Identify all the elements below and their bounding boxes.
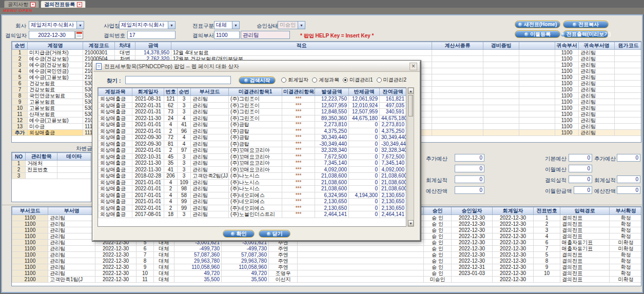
open-item-row[interactable]: 외상매출금2022-10-31453관리팀(주)꼬매요코리아***7,672,5… xyxy=(99,153,406,160)
vertical-scrollbar[interactable]: ▲ ▼ xyxy=(407,87,414,227)
open-item-row[interactable]: 외상매출금2017-08-01183관리팀(주)노블인더스트리***2,464,… xyxy=(99,211,406,218)
scroll-up-icon[interactable]: ▲ xyxy=(408,88,414,94)
cell: 0 xyxy=(349,179,380,186)
open-item-row[interactable]: 외상매출금2021-01-01499관리팀(주)네오피에스***2,130,65… xyxy=(99,199,406,205)
print-preview-button[interactable]: 전표출력(미리보기) xyxy=(563,30,609,38)
management-item-row[interactable]: 3 xyxy=(12,173,91,179)
radio-account[interactable]: 계정과목 xyxy=(312,76,339,84)
cell: 10 xyxy=(136,270,154,277)
cell: 10 xyxy=(12,105,28,111)
cell xyxy=(298,246,424,252)
cell: 4 xyxy=(164,199,178,205)
open-item-row[interactable]: 외상매출금2017-01-01458관리팀(주)네오피에스***6,324,95… xyxy=(99,192,406,199)
open-item-row[interactable]: 외상매출금2022-09-30814관리팀(주)금탑***-30,349,440… xyxy=(99,141,406,147)
voucher-line-row[interactable]: 1미지급금(거래처)21000301대변14,378,95012월 4대보험료1… xyxy=(12,50,642,56)
cell xyxy=(483,50,519,56)
grid-header-row: 계정과목회계일자번호순번부서코드미결관리항목1미결관리항목2발생금액반제금액잔여… xyxy=(99,88,406,96)
close-tab-icon[interactable]: × xyxy=(77,2,82,7)
cell xyxy=(432,62,483,68)
cell: *** xyxy=(282,134,315,141)
cell: 관리팀 xyxy=(191,102,229,109)
approval-status-select[interactable]: 미승인 ▼ xyxy=(278,21,305,29)
calendar-icon[interactable] xyxy=(75,31,83,39)
cell: 관리팀 xyxy=(191,179,229,186)
radio-accounting-date[interactable]: 회계일자 xyxy=(281,76,308,84)
voucher-list-row[interactable]: 1100관리팀2022-12-307대체57,087,36057,087,360… xyxy=(12,252,642,258)
open-item-row[interactable]: 외상매출금2022-09-30724관리팀(주)금탑***30,349,4400… xyxy=(99,134,406,141)
resolution-no-input[interactable]: 17 xyxy=(127,31,175,39)
carryover-register-button[interactable]: 이월등록 xyxy=(515,30,560,38)
cell: 2022-12-30 xyxy=(452,221,493,227)
search-start-button[interactable]: 검색시작 xyxy=(239,76,276,84)
cell: *** xyxy=(282,153,315,160)
cell: 1 xyxy=(12,161,26,167)
open-item-row[interactable]: 외상매출금2021-01-01441관리팀(주)금탑***2,273,81002… xyxy=(99,122,406,128)
cell: 0 xyxy=(349,173,380,180)
open-item-row[interactable]: 외상매출금2021-08-311213관리팀(주)그린조이***12,223,7… xyxy=(99,96,406,103)
cell: 승 인 xyxy=(424,258,452,264)
open-item-row[interactable]: 외상매출금2022-01-01299관리팀(주)네오피에스***2,130,65… xyxy=(99,205,406,211)
cell: 관리팀 xyxy=(191,96,229,103)
site-select[interactable]: 제일저지주식회사 ▼ xyxy=(119,21,175,29)
close-button[interactable]: 닫기 xyxy=(259,230,290,238)
cell: *** xyxy=(282,160,315,167)
approval-status-label: 승인상태 xyxy=(257,23,278,30)
slip-type-select[interactable]: 대체 ▼ xyxy=(214,21,240,29)
cell: 49,720 xyxy=(174,270,222,277)
voucher-list-row[interactable]: 2100고객만족1팀(J2022-12-3011대체35,50035,500이선… xyxy=(12,277,642,283)
open-item-row[interactable]: 외상매출금2022-11-30353관리팀(주)꼬매요코리아***7,345,1… xyxy=(99,160,406,167)
resolution-date-input[interactable]: 2022-12-30 xyxy=(29,31,75,39)
voucher-list-row[interactable]: 1100관리팀2022-12-3010대체49,72049,720조명우승 인2… xyxy=(12,270,642,277)
open-item-row[interactable]: 외상매출금2022-11-30244관리팀(주)그린조이***89,350,36… xyxy=(99,115,406,122)
voucher-list-row[interactable]: 1100관리팀2022-12-308대체29,963,78029,963,780… xyxy=(12,258,642,264)
cell xyxy=(483,130,519,136)
resolution-dept-code-input[interactable]: 1100 xyxy=(214,31,240,39)
management-item-row[interactable]: 1거래처 xyxy=(12,161,91,167)
radio-open-item-1[interactable]: 미결관리1 xyxy=(343,76,373,84)
close-icon[interactable]: × xyxy=(409,63,417,70)
new-voucher-button[interactable]: 새전표(Home) xyxy=(515,21,560,28)
ok-button[interactable]: 확인 xyxy=(223,230,255,238)
menu-open-label[interactable]: MENU OPEN xyxy=(3,8,32,13)
cell: (주)금탑 xyxy=(229,122,282,128)
cell: 외상매출금 xyxy=(99,205,132,211)
copy-voucher-button[interactable]: 전표복사 xyxy=(563,21,609,28)
budget-balance-field: 0 xyxy=(617,186,640,194)
cell xyxy=(615,117,642,124)
tab-voucher-entry[interactable]: 결의전표등록 × xyxy=(41,1,86,8)
open-item-row[interactable]: 외상매출금2022-01-01296관리팀(주)금탑***4,375,25004… xyxy=(99,128,406,134)
close-tab-icon[interactable]: × xyxy=(30,2,35,7)
cell: 1100 xyxy=(12,246,48,252)
open-item-row[interactable]: 외상매출금2022-01-01297관리팀(주)꼬매요코리아***32,328,… xyxy=(99,147,406,154)
open-item-row[interactable]: 외상매출금2022-01-31623관리팀(주)그린조이***12,507,95… xyxy=(99,102,406,109)
cell: 2022-12-30 xyxy=(452,227,493,233)
cell: 1100 xyxy=(555,93,579,99)
scroll-down-icon[interactable]: ▼ xyxy=(408,220,414,226)
search-input[interactable] xyxy=(125,76,231,84)
management-item-row[interactable]: 2전표번호 xyxy=(12,167,91,173)
company-select[interactable]: 제일저지주식회사 ▼ xyxy=(29,21,84,29)
dropdown-arrow-icon[interactable]: ▼ xyxy=(168,22,175,29)
cell: 1100 xyxy=(12,270,48,277)
cell: (주)꼬매요코리아 xyxy=(229,147,282,154)
open-item-row[interactable]: 외상매출금2022-11-30413관리팀(주)꼬매요코리아***4,092,0… xyxy=(99,166,406,173)
cell xyxy=(432,105,483,111)
scrollbar-thumb[interactable] xyxy=(408,95,413,116)
open-item-row[interactable]: 외상매출금2022-01-31733관리팀(주)그린조이***12,848,55… xyxy=(99,109,406,115)
cell: 13 xyxy=(12,124,28,130)
cell xyxy=(432,99,483,105)
resolution-no-label: 결의번호 xyxy=(104,32,125,40)
cell: 5 xyxy=(534,252,560,258)
open-item-row[interactable]: 외상매출금2018-02-282063고객만족2팀(JJ(주)나노시스***21… xyxy=(99,173,406,180)
dropdown-arrow-icon[interactable]: ▼ xyxy=(232,22,239,29)
voucher-list-row[interactable]: 1100관리팀2022-12-306대체-499,730-499,730주엔승 … xyxy=(12,246,642,252)
popup-title-bar[interactable]: 전표세부항목(SPNDCDPop) 팝업 -- 웹 페이지 대화 상자 × xyxy=(93,62,420,72)
open-item-row[interactable]: 외상매출금2021-01-014109관리팀(주)나노시스***21,038,6… xyxy=(99,179,406,186)
voucher-list-row[interactable]: 1100관리팀2022-12-309대체110,058,960110,058,9… xyxy=(12,264,642,270)
tab-notice[interactable]: 공지사항 × xyxy=(4,1,39,8)
cell xyxy=(519,50,555,56)
radio-open-item-2[interactable]: 미결관리2 xyxy=(377,76,407,84)
open-item-row[interactable]: 외상매출금2022-01-01298관리팀(주)나노시스***21,038,60… xyxy=(99,186,406,192)
cell: 4,092,000 xyxy=(315,166,349,173)
dropdown-arrow-icon[interactable]: ▼ xyxy=(76,22,84,29)
